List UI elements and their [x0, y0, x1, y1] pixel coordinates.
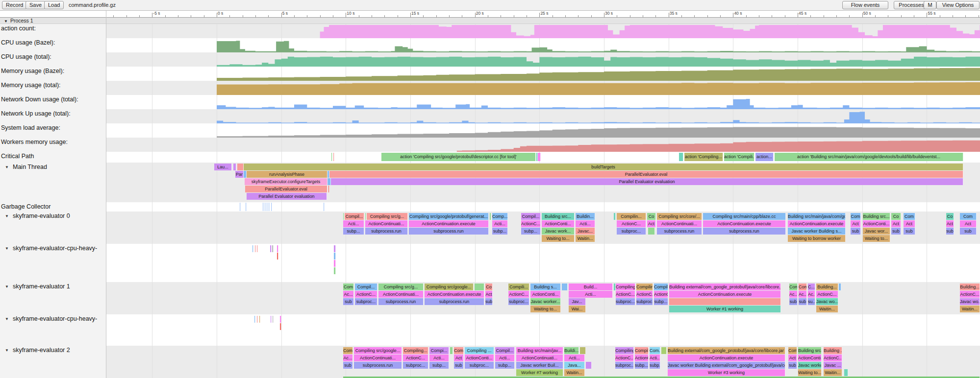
trace-event-bar[interactable]: ActionConti...: [798, 354, 822, 361]
trace-event-tick[interactable]: [562, 284, 568, 290]
trace-event-bar[interactable]: Act: [485, 291, 493, 298]
trace-event-bar[interactable]: Javac worker Buil...: [516, 362, 563, 369]
trace-event-bar[interactable]: Act: [891, 220, 901, 227]
trace-event-bar[interactable]: Javac worker Building external/com_googl…: [668, 362, 785, 369]
trace-event-bar[interactable]: Act: [960, 220, 977, 227]
trace-event-bar[interactable]: Javac ...: [824, 362, 842, 369]
trace-event-bar[interactable]: sub: [946, 228, 954, 235]
trace-event-tick[interactable]: [246, 203, 247, 211]
trace-event-bar[interactable]: subp...: [492, 228, 508, 235]
trace-event-bar[interactable]: Ac...: [343, 291, 354, 298]
trace-event-bar[interactable]: subproc...: [403, 362, 428, 369]
trace-event-bar[interactable]: subp...: [343, 228, 364, 235]
trace-event-bar[interactable]: Javac work...: [542, 228, 575, 235]
trace-event-bar[interactable]: Acti...: [343, 220, 364, 227]
trace-event-bar[interactable]: Waitin...: [960, 306, 980, 312]
trace-event-bar[interactable]: sub: [789, 298, 798, 305]
trace-event-bar[interactable]: Building src/main/jav...: [516, 347, 563, 354]
trace-event-bar[interactable]: Ac...: [808, 291, 815, 298]
trace-event-bar[interactable]: Co: [891, 213, 901, 220]
trace-event-bar[interactable]: Acti...: [569, 291, 613, 298]
collapse-arrow-icon[interactable]: ▼: [5, 214, 9, 218]
counter-chart-workers-memory-usage[interactable]: [106, 138, 980, 152]
trace-event-bar[interactable]: su...: [808, 298, 815, 305]
trace-event-bar[interactable]: Comp...: [492, 213, 508, 220]
trace-event-bar[interactable]: Lau...: [214, 164, 232, 170]
trace-event-bar[interactable]: ActionC...: [635, 354, 649, 361]
trace-event-bar[interactable]: Acti...: [429, 354, 449, 361]
trace-event-bar[interactable]: Acti...: [495, 354, 515, 361]
trace-event-bar[interactable]: Building src...: [542, 213, 575, 220]
trace-event-bar[interactable]: Ac...: [789, 291, 798, 298]
trace-event-bar[interactable]: sub: [851, 228, 861, 235]
trace-event-bar[interactable]: Building src...: [863, 213, 890, 220]
trace-event-tick[interactable]: [538, 153, 541, 161]
trace-event-bar[interactable]: sub: [485, 298, 493, 305]
trace-event-bar[interactable]: subproc...: [615, 362, 634, 369]
trace-event-bar[interactable]: subprocess.run: [409, 228, 489, 235]
trace-event-bar[interactable]: Compiling src/google...: [425, 284, 474, 290]
trace-event-bar[interactable]: Compilin...: [617, 213, 646, 220]
trace-event-bar[interactable]: Javac wor...: [863, 228, 890, 235]
trace-event-bar[interactable]: Compili...: [508, 284, 529, 290]
trace-event-bar[interactable]: sub: [454, 362, 464, 369]
trace-event-bar[interactable]: Buildin...: [576, 213, 595, 220]
trace-event-bar[interactable]: Compiling...: [403, 347, 428, 354]
timeline-ruler[interactable]: -5 s0 s5 s10 s15 s20 s25 s30 s35 s40 s45…: [0, 11, 980, 18]
row-label-main-thread[interactable]: ▼Main Thread: [0, 163, 106, 202]
trace-event-bar[interactable]: Waiting to...: [863, 235, 890, 242]
trace-event-bar[interactable]: Com: [904, 213, 915, 220]
trace-event-bar[interactable]: Compil...: [654, 284, 668, 290]
trace-event-bar[interactable]: ActionC...: [616, 291, 635, 298]
trace-event-bar[interactable]: Parallel Evaluator evaluation: [331, 178, 963, 185]
trace-event-bar[interactable]: Javac wo...: [960, 298, 980, 305]
trace-event-bar[interactable]: Co: [485, 284, 493, 290]
trace-event-tick[interactable]: [254, 316, 255, 323]
trace-event-tick[interactable]: [328, 186, 329, 192]
trace-event-bar[interactable]: buildTargets: [244, 164, 963, 170]
trace-event-bar[interactable]: Com: [343, 284, 354, 290]
trace-event-bar[interactable]: Waiting to borrow worker: [788, 235, 846, 242]
trace-event-bar[interactable]: Act: [946, 220, 954, 227]
trace-event-bar[interactable]: subproc...: [355, 298, 377, 305]
trace-event-tick[interactable]: [280, 323, 281, 330]
trace-event-bar[interactable]: Act: [851, 220, 861, 227]
process-header[interactable]: ▼Process 1: [0, 18, 980, 24]
trace-event-bar[interactable]: Co: [647, 213, 656, 220]
trace-event-bar[interactable]: subprocess.run: [657, 228, 702, 235]
trace-event-bar[interactable]: Javac worker...: [798, 362, 822, 369]
trace-event-bar[interactable]: skyframeExecutor.configureTargets: [245, 178, 327, 185]
trace-event-bar[interactable]: Compiling src/google/protobuf/generat...: [409, 213, 489, 220]
trace-event-bar[interactable]: Com: [788, 347, 797, 354]
counter-chart-network-up-usage[interactable]: [106, 109, 980, 123]
view-options-button[interactable]: View Options: [936, 1, 980, 9]
trace-event-bar[interactable]: Building src/main/java/com/go...: [788, 213, 846, 220]
trace-event-bar[interactable]: Build...: [569, 284, 613, 290]
collapse-arrow-icon[interactable]: ▼: [5, 246, 9, 251]
trace-event-bar[interactable]: ActionC...: [960, 291, 980, 298]
trace-event-bar[interactable]: ActionC...: [521, 220, 541, 227]
trace-event-tick[interactable]: [324, 203, 325, 211]
trace-event-tick[interactable]: [240, 203, 241, 211]
trace-event-tick[interactable]: [343, 213, 344, 220]
trace-event-bar[interactable]: ActionContinuation.execute: [788, 220, 846, 227]
row-label-skyframe-evaluator-0[interactable]: ▼skyframe-evaluator 0: [0, 212, 106, 244]
trace-event-bar[interactable]: ParallelEvaluator.eval: [329, 171, 963, 178]
trace-event-bar[interactable]: ParallelEvaluator.eval: [245, 186, 327, 192]
trace-event-bar[interactable]: Waitin...: [816, 306, 838, 312]
counter-chart-memory-usage-total[interactable]: [106, 81, 980, 95]
trace-event-bar[interactable]: ActionConti...: [863, 220, 890, 227]
collapse-arrow-icon[interactable]: ▼: [5, 284, 9, 289]
trace-event-bar[interactable]: Com: [343, 347, 353, 354]
trace-event-tick[interactable]: [263, 203, 264, 211]
trace-event-bar[interactable]: subp...: [521, 228, 541, 235]
trace-event-bar[interactable]: Javac wo...: [816, 298, 838, 305]
trace-event-bar[interactable]: ActionContinuation.execute: [669, 291, 781, 298]
trace-event-bar[interactable]: ActionContinuati...: [657, 220, 702, 227]
trace-event-bar[interactable]: ActionC...: [617, 220, 646, 227]
trace-event-bar[interactable]: ActionContinuati...: [354, 354, 402, 361]
trace-event-tick[interactable]: [269, 203, 270, 211]
trace-event-bar[interactable]: subp...: [495, 362, 515, 369]
trace-event-bar[interactable]: sub: [343, 362, 353, 369]
trace-event-tick[interactable]: [267, 203, 268, 211]
